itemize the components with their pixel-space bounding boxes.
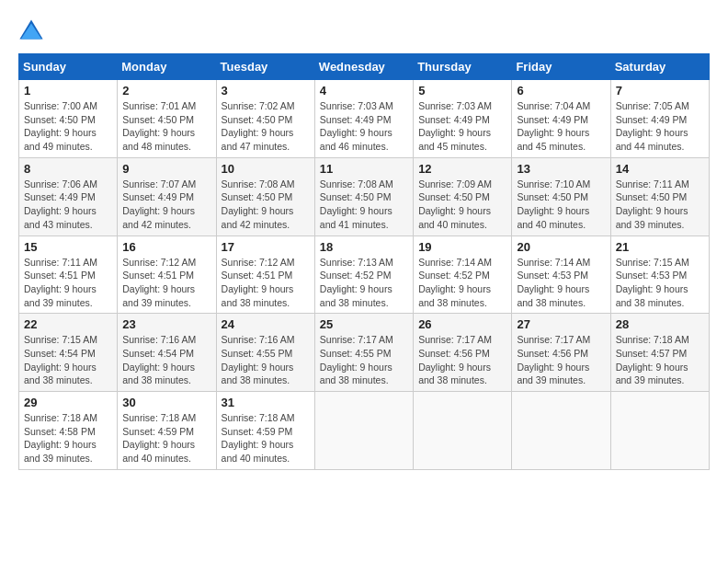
day-info: Sunrise: 7:15 AM Sunset: 4:53 PM Dayligh… [616,256,704,310]
page-header [18,18,710,44]
day-number: 16 [122,240,210,254]
calendar-cell: 12 Sunrise: 7:09 AM Sunset: 4:50 PM Dayl… [414,157,512,236]
calendar-header-row: SundayMondayTuesdayWednesdayThursdayFrid… [19,54,710,80]
calendar-cell [512,392,610,470]
day-number: 10 [222,162,310,176]
day-number: 13 [517,162,605,176]
day-info: Sunrise: 7:16 AM Sunset: 4:55 PM Dayligh… [222,333,310,387]
day-of-week-header: Friday [512,54,610,80]
calendar-cell: 10 Sunrise: 7:08 AM Sunset: 4:50 PM Dayl… [216,157,314,236]
day-info: Sunrise: 7:00 AM Sunset: 4:50 PM Dayligh… [24,99,112,154]
logo-icon [18,18,44,44]
calendar-cell: 14 Sunrise: 7:11 AM Sunset: 4:50 PM Dayl… [610,157,709,236]
day-info: Sunrise: 7:15 AM Sunset: 4:54 PM Dayligh… [24,333,112,387]
calendar-cell: 26 Sunrise: 7:17 AM Sunset: 4:56 PM Dayl… [414,314,512,392]
calendar-cell [414,392,512,470]
day-number: 7 [616,84,704,98]
calendar-cell: 6 Sunrise: 7:04 AM Sunset: 4:49 PM Dayli… [512,80,610,158]
calendar-cell: 30 Sunrise: 7:18 AM Sunset: 4:59 PM Dayl… [118,392,216,470]
day-number: 4 [320,84,408,98]
day-number: 21 [616,240,704,254]
day-info: Sunrise: 7:11 AM Sunset: 4:50 PM Dayligh… [616,178,704,232]
day-info: Sunrise: 7:09 AM Sunset: 4:50 PM Dayligh… [418,178,506,232]
day-info: Sunrise: 7:12 AM Sunset: 4:51 PM Dayligh… [122,256,210,310]
calendar-table: SundayMondayTuesdayWednesdayThursdayFrid… [18,53,710,470]
calendar-cell: 18 Sunrise: 7:13 AM Sunset: 4:52 PM Dayl… [314,236,413,314]
day-of-week-header: Wednesday [314,54,413,80]
calendar-cell: 2 Sunrise: 7:01 AM Sunset: 4:50 PM Dayli… [118,80,216,158]
day-number: 14 [616,162,704,176]
calendar-cell: 29 Sunrise: 7:18 AM Sunset: 4:58 PM Dayl… [19,392,118,470]
calendar-cell: 24 Sunrise: 7:16 AM Sunset: 4:55 PM Dayl… [216,314,314,392]
day-info: Sunrise: 7:01 AM Sunset: 4:50 PM Dayligh… [122,99,210,154]
day-info: Sunrise: 7:18 AM Sunset: 4:57 PM Dayligh… [616,333,704,387]
day-info: Sunrise: 7:16 AM Sunset: 4:54 PM Dayligh… [122,333,210,387]
calendar-week-row: 15 Sunrise: 7:11 AM Sunset: 4:51 PM Dayl… [19,236,710,314]
day-number: 17 [222,240,310,254]
calendar-cell: 23 Sunrise: 7:16 AM Sunset: 4:54 PM Dayl… [118,314,216,392]
day-info: Sunrise: 7:13 AM Sunset: 4:52 PM Dayligh… [320,256,408,310]
day-info: Sunrise: 7:06 AM Sunset: 4:49 PM Dayligh… [24,178,112,232]
day-info: Sunrise: 7:08 AM Sunset: 4:50 PM Dayligh… [320,178,408,232]
day-of-week-header: Tuesday [216,54,314,80]
day-info: Sunrise: 7:02 AM Sunset: 4:50 PM Dayligh… [222,99,310,154]
calendar-cell: 19 Sunrise: 7:14 AM Sunset: 4:52 PM Dayl… [414,236,512,314]
day-number: 26 [418,317,506,331]
calendar-cell: 7 Sunrise: 7:05 AM Sunset: 4:49 PM Dayli… [610,80,709,158]
day-number: 29 [24,396,112,409]
svg-marker-1 [21,24,41,40]
day-of-week-header: Saturday [610,54,709,80]
day-info: Sunrise: 7:18 AM Sunset: 4:59 PM Dayligh… [222,411,310,465]
calendar-cell: 27 Sunrise: 7:17 AM Sunset: 4:56 PM Dayl… [512,314,610,392]
calendar-cell: 1 Sunrise: 7:00 AM Sunset: 4:50 PM Dayli… [19,80,118,158]
day-info: Sunrise: 7:17 AM Sunset: 4:56 PM Dayligh… [517,333,605,387]
day-number: 27 [517,317,605,331]
day-info: Sunrise: 7:17 AM Sunset: 4:55 PM Dayligh… [320,333,408,387]
day-info: Sunrise: 7:03 AM Sunset: 4:49 PM Dayligh… [320,99,408,154]
day-number: 11 [320,162,408,176]
day-info: Sunrise: 7:07 AM Sunset: 4:49 PM Dayligh… [122,178,210,232]
day-number: 5 [418,84,506,98]
day-number: 19 [418,240,506,254]
day-of-week-header: Monday [118,54,216,80]
day-number: 3 [222,84,310,98]
calendar-week-row: 29 Sunrise: 7:18 AM Sunset: 4:58 PM Dayl… [19,392,710,470]
day-info: Sunrise: 7:17 AM Sunset: 4:56 PM Dayligh… [418,333,506,387]
calendar-week-row: 8 Sunrise: 7:06 AM Sunset: 4:49 PM Dayli… [19,157,710,236]
calendar-cell: 22 Sunrise: 7:15 AM Sunset: 4:54 PM Dayl… [19,314,118,392]
day-number: 22 [24,317,112,331]
day-number: 15 [24,240,112,254]
day-number: 20 [517,240,605,254]
calendar-cell: 28 Sunrise: 7:18 AM Sunset: 4:57 PM Dayl… [610,314,709,392]
day-number: 30 [122,396,210,409]
day-info: Sunrise: 7:04 AM Sunset: 4:49 PM Dayligh… [517,99,605,154]
day-number: 9 [122,162,210,176]
day-number: 28 [616,317,704,331]
day-info: Sunrise: 7:08 AM Sunset: 4:50 PM Dayligh… [222,178,310,232]
calendar-cell: 9 Sunrise: 7:07 AM Sunset: 4:49 PM Dayli… [118,157,216,236]
day-number: 6 [517,84,605,98]
logo [18,18,48,44]
day-number: 2 [122,84,210,98]
calendar-cell: 15 Sunrise: 7:11 AM Sunset: 4:51 PM Dayl… [19,236,118,314]
day-number: 24 [222,317,310,331]
day-info: Sunrise: 7:11 AM Sunset: 4:51 PM Dayligh… [24,256,112,310]
day-info: Sunrise: 7:14 AM Sunset: 4:53 PM Dayligh… [517,256,605,310]
day-info: Sunrise: 7:18 AM Sunset: 4:59 PM Dayligh… [122,411,210,465]
day-info: Sunrise: 7:10 AM Sunset: 4:50 PM Dayligh… [517,178,605,232]
day-number: 31 [222,396,310,409]
day-info: Sunrise: 7:14 AM Sunset: 4:52 PM Dayligh… [418,256,506,310]
day-number: 1 [24,84,112,98]
calendar-week-row: 22 Sunrise: 7:15 AM Sunset: 4:54 PM Dayl… [19,314,710,392]
calendar-week-row: 1 Sunrise: 7:00 AM Sunset: 4:50 PM Dayli… [19,80,710,158]
calendar-cell [610,392,709,470]
calendar-cell: 21 Sunrise: 7:15 AM Sunset: 4:53 PM Dayl… [610,236,709,314]
day-number: 8 [24,162,112,176]
calendar-cell: 13 Sunrise: 7:10 AM Sunset: 4:50 PM Dayl… [512,157,610,236]
calendar-cell [314,392,413,470]
day-number: 23 [122,317,210,331]
calendar-cell: 20 Sunrise: 7:14 AM Sunset: 4:53 PM Dayl… [512,236,610,314]
calendar-cell: 17 Sunrise: 7:12 AM Sunset: 4:51 PM Dayl… [216,236,314,314]
day-of-week-header: Thursday [414,54,512,80]
day-info: Sunrise: 7:12 AM Sunset: 4:51 PM Dayligh… [222,256,310,310]
